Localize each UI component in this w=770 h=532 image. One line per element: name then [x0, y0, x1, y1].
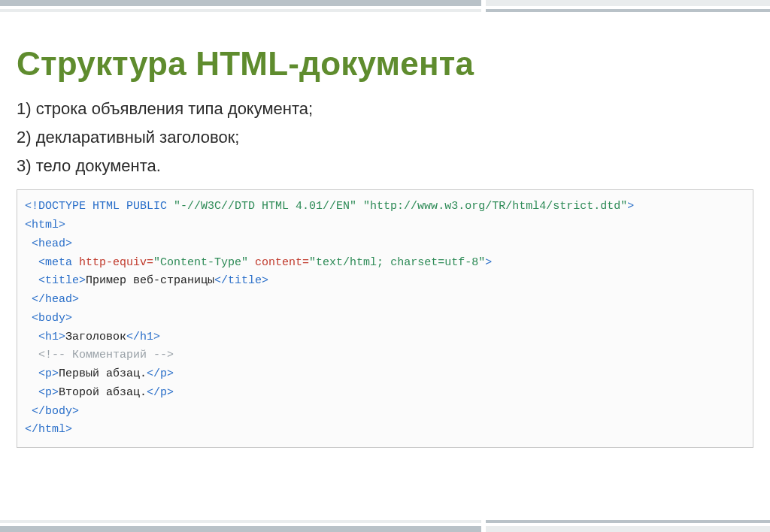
top-decoration — [0, 0, 770, 15]
code-token: </body> — [25, 405, 79, 418]
bullet-item: 3) тело документа. — [17, 153, 753, 179]
code-token: <h1> — [25, 331, 65, 343]
code-example: <!DOCTYPE HTML PUBLIC "-//W3C//DTD HTML … — [17, 189, 753, 448]
code-token: > — [485, 256, 492, 269]
code-token: "text/html; charset=utf-8" — [309, 256, 485, 269]
code-token — [356, 200, 363, 213]
code-token: </html> — [25, 423, 72, 436]
code-token: <p> — [25, 386, 59, 399]
code-token: <title> — [25, 274, 86, 287]
code-token: Второй абзац. — [59, 386, 147, 399]
bottom-decoration — [0, 520, 770, 532]
code-token: </p> — [147, 386, 174, 399]
code-token: <meta — [25, 256, 79, 269]
code-token: http-equiv= — [79, 256, 153, 269]
code-token — [248, 256, 255, 269]
code-token: Пример веб-страницы — [86, 274, 214, 287]
code-token: <!-- Комментарий --> — [25, 349, 174, 361]
code-token: </p> — [147, 367, 174, 380]
code-token: <html> — [25, 219, 65, 231]
code-token: "-//W3C//DTD HTML 4.01//EN" — [174, 200, 356, 213]
code-token: <p> — [25, 367, 59, 380]
bullet-item: 1) строка объявления типа документа; — [17, 96, 753, 122]
slide-content: Структура HTML-документа 1) строка объяв… — [0, 0, 770, 448]
code-token: <body> — [25, 312, 72, 325]
code-token: <head> — [25, 237, 72, 250]
code-token: Заголовок — [65, 331, 126, 343]
code-token: "Content-Type" — [153, 256, 248, 269]
code-token: <!DOCTYPE HTML PUBLIC — [25, 200, 174, 213]
bullet-list: 1) строка объявления типа документа; 2) … — [17, 96, 753, 179]
code-token: content= — [255, 256, 309, 269]
code-token: "http://www.w3.org/TR/html4/strict.dtd" — [363, 200, 627, 213]
page-title: Структура HTML-документа — [17, 45, 753, 83]
code-token: </title> — [214, 274, 268, 287]
code-token: Первый абзац. — [59, 367, 147, 380]
code-token: > — [627, 200, 634, 213]
code-token: </h1> — [126, 331, 160, 343]
code-token: </head> — [25, 293, 79, 306]
bullet-item: 2) декларативный заголовок; — [17, 125, 753, 150]
